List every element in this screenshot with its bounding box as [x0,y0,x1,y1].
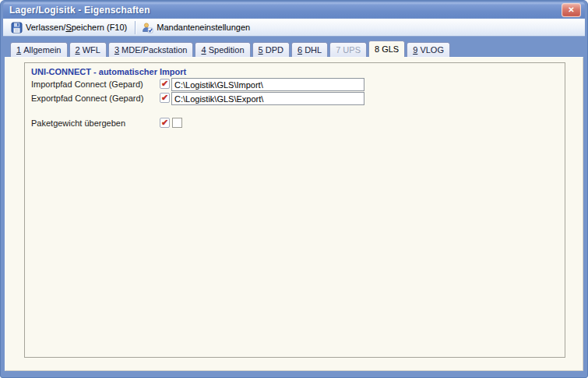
save-exit-button[interactable]: Verlassen/Speichern (F10) [7,20,132,35]
tab-dpd[interactable]: 5 DPD [252,42,290,57]
close-icon: ✕ [568,5,574,14]
save-floppy-icon [11,22,23,34]
window-title: Lager/Logisitk - Eigenschaften [9,5,562,16]
exportpfad-flag-checkbox[interactable]: ✔ [160,93,170,103]
exportpfad-input[interactable] [171,92,364,105]
client-settings-button[interactable]: Mandanteneinstellungen [138,20,255,35]
tab-dhl[interactable]: 6 DHL [291,42,328,57]
dialog-window: Lager/Logisitk - Eigenschaften ✕ Verlass… [0,0,588,378]
toolbar-separator [135,21,136,34]
save-exit-label: Verlassen/Speichern (F10) [26,23,127,32]
tab-page-gls: UNI-CONNECT - automatischer Import Impor… [5,57,583,371]
importpfad-input[interactable] [171,78,364,91]
tab-mde-packstation[interactable]: 3 MDE/Packstation [108,42,194,57]
paketgewicht-flag-checkbox[interactable]: ✔ [160,118,170,128]
tab-allgemein[interactable]: 1 Allgemein [10,42,68,57]
tab-strip: 1 Allgemein 2 WFL 3 MDE/Packstation 4 Sp… [3,37,585,57]
tab-ups: 7 UPS [329,42,367,57]
tab-spedition[interactable]: 4 Spedition [195,42,250,57]
tab-wfl[interactable]: 2 WFL [69,42,107,57]
importpfad-label: Importpfad Connect (Gepard) [31,79,143,89]
groupbox-heading: UNI-CONNECT - automatischer Import [31,67,186,76]
red-check-icon: ✔ [161,118,168,127]
title-bar: Lager/Logisitk - Eigenschaften ✕ [3,2,585,18]
client-settings-label: Mandanteneinstellungen [157,23,250,32]
uni-connect-groupbox: UNI-CONNECT - automatischer Import Impor… [24,62,565,358]
exportpfad-label: Exportpfad Connect (Gepard) [31,94,143,103]
tab-vlog[interactable]: 9 VLOG [407,42,450,57]
user-check-icon [142,22,153,34]
red-check-icon: ✔ [161,79,168,88]
toolbar: Verlassen/Speichern (F10) Mandanteneinst… [3,19,585,37]
close-button[interactable]: ✕ [562,3,581,17]
paketgewicht-checkbox[interactable] [172,118,182,128]
red-check-icon: ✔ [161,93,168,102]
paketgewicht-label: Paketgewicht übergeben [31,118,125,128]
importpfad-flag-checkbox[interactable]: ✔ [160,79,170,89]
tab-gls[interactable]: 8 GLS [368,41,405,57]
